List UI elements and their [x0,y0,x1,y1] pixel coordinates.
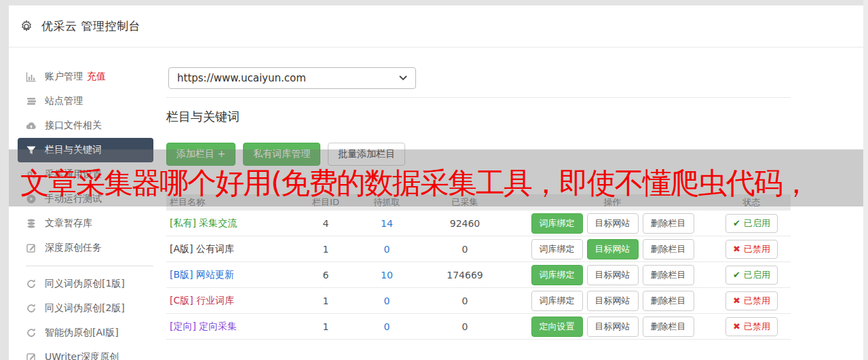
delete-column-button[interactable]: 删除栏目 [643,265,694,285]
app-header: 优采云 管理控制台 [9,5,863,48]
status-label: 已启用 [744,217,770,230]
row-actions: 词库绑定 目标网站 删除栏目 [512,239,713,259]
overlay-caption-text: 文章采集器哪个好用(免费的数据采集工具，即使不懂爬虫代码， [20,164,810,203]
sidebar-item-sites[interactable]: 站点管理 [9,89,163,113]
status-badge[interactable]: ✖ 已禁用 [725,317,778,336]
sidebar-item-deep-original-task[interactable]: 深度原创任务 [9,236,163,260]
status-badge[interactable]: ✖ 已禁用 [725,240,778,259]
target-site-button[interactable]: 目标网站 [587,317,639,337]
status-label: 已禁用 [744,243,770,255]
lexicon-bind-button[interactable]: 词库绑定 [531,213,583,234]
sidebar-item-label: 文章暂存库 [45,217,92,230]
lexicon-bind-button[interactable]: 词库绑定 [531,239,583,259]
sidebar-item-label: 同义词伪原创[1版] [45,278,125,290]
table-row: [私有] 采集交流 4 14 92460 词库绑定 目标网站 删除栏目 ✔ 已启… [166,211,791,236]
table-row: [C版] 行业词库 1 0 0 词库绑定 目标网站 删除栏目 ✖ 已禁用 [166,288,791,314]
row-actions: 定向设置 目标网站 删除栏目 [512,317,713,337]
pending-count-link[interactable]: 14 [356,218,417,229]
status-badge[interactable]: ✔ 已启用 [725,266,778,285]
pending-count-link[interactable]: 10 [356,270,417,281]
refresh-icon [26,278,37,289]
site-select-value: https://www.ucaiyun.com [177,72,306,84]
scrollbar-track[interactable] [863,0,868,360]
column-name-link[interactable]: [B版] 网站更新 [166,269,295,281]
site-select[interactable]: https://www.ucaiyun.com [168,67,416,89]
status-cell: ✖ 已禁用 [713,240,791,259]
sidebar-item-article-buffer[interactable]: 文章暂存库 [9,211,163,236]
row-actions: 词库绑定 目标网站 删除栏目 [512,213,713,234]
column-name-link[interactable]: [定向] 定向采集 [166,321,295,333]
lexicon-bind-button[interactable]: 词库绑定 [531,291,583,311]
delete-column-button[interactable]: 删除栏目 [643,213,694,234]
row-actions: 词库绑定 目标网站 删除栏目 [512,265,713,285]
cloud-upload-icon [26,120,37,131]
sidebar-item-label: 站点管理 [45,95,83,107]
collected-count: 174669 [417,270,512,281]
sidebar-divider [26,266,153,266]
content-divider [166,97,791,98]
check-icon: ✔ [733,218,740,228]
column-id: 4 [295,218,356,229]
columns-table: 栏目名称 栏目ID 待抓取 已采集 操作 状态 [私有] 采集交流 4 14 9… [166,194,791,340]
sidebar-item-uwriter[interactable]: UWriter深度原创 [9,345,163,360]
status-badge[interactable]: ✖ 已禁用 [725,291,778,310]
sidebar-item-account[interactable]: 账户管理 充值 [9,65,163,89]
delete-column-button[interactable]: 删除栏目 [643,239,694,259]
table-row: [A版] 公有词库 1 0 0 词库绑定 目标网站 删除栏目 ✖ 已禁用 [166,236,791,262]
column-id: 1 [295,244,356,255]
cross-icon: ✖ [733,244,740,254]
sidebar-item-label: 同义词伪原创[2版] [45,302,125,314]
collected-count: 92460 [417,218,512,229]
target-site-button[interactable]: 目标网站 [587,213,639,234]
database-icon [26,218,37,229]
sidebar-item-label: 深度原创任务 [45,242,102,254]
cross-icon: ✖ [733,295,740,306]
status-cell: ✔ 已启用 [713,214,791,233]
page-title: 栏目与关键词 [166,109,791,125]
refresh-icon [26,303,37,314]
delete-column-button[interactable]: 删除栏目 [643,317,694,337]
column-id: 1 [295,321,356,332]
collected-count: 0 [417,295,512,306]
directional-setting-button[interactable]: 定向设置 [531,317,583,337]
status-label: 已启用 [744,269,770,281]
column-id: 1 [295,295,356,306]
sidebar-item-label: 接口文件相关 [45,120,102,132]
collected-count: 0 [417,321,512,332]
target-site-button[interactable]: 目标网站 [587,291,639,311]
bar-chart-icon [26,71,37,82]
gear-icon [20,20,33,33]
status-cell: ✖ 已禁用 [713,317,791,336]
pending-count-link[interactable]: 0 [356,321,417,332]
target-site-button[interactable]: 目标网站 [587,239,639,259]
sidebar-item-label: UWriter深度原创 [45,351,119,360]
table-row: [B版] 网站更新 6 10 174669 词库绑定 目标网站 删除栏目 ✔ 已… [166,262,791,288]
column-name-link[interactable]: [C版] 行业词库 [166,295,295,307]
sidebar-item-interface-files[interactable]: 接口文件相关 [9,113,163,138]
row-actions: 词库绑定 目标网站 删除栏目 [512,291,713,311]
status-badge[interactable]: ✔ 已启用 [725,214,778,233]
lexicon-bind-button[interactable]: 词库绑定 [531,265,583,285]
status-cell: ✖ 已禁用 [713,291,791,310]
delete-column-button[interactable]: 删除栏目 [643,291,694,311]
status-label: 已禁用 [744,321,770,333]
pending-count-link[interactable]: 0 [356,295,417,306]
pending-count-link[interactable]: 0 [356,244,417,255]
check-icon: ✔ [733,270,740,280]
sidebar-item-synonym-v2[interactable]: 同义词伪原创[2版] [9,296,163,321]
table-row: [定向] 定向采集 1 0 0 定向设置 目标网站 删除栏目 ✖ 已禁用 [166,314,791,340]
status-label: 已禁用 [744,295,770,307]
edit-icon [26,242,37,253]
recharge-badge[interactable]: 充值 [87,71,106,83]
target-site-button[interactable]: 目标网站 [587,265,639,285]
list-icon [26,96,37,107]
column-name-link[interactable]: [A版] 公有词库 [166,243,295,255]
sidebar-item-ai-rewrite[interactable]: 智能伪原创[AI版] [9,321,163,345]
collected-count: 0 [417,244,512,255]
refresh-icon [26,327,37,338]
column-name-link[interactable]: [私有] 采集交流 [166,217,295,230]
sidebar-item-synonym-v1[interactable]: 同义词伪原创[1版] [9,272,163,296]
app-title: 优采云 管理控制台 [41,18,140,34]
chevron-down-icon [399,75,407,81]
column-id: 6 [295,270,356,281]
